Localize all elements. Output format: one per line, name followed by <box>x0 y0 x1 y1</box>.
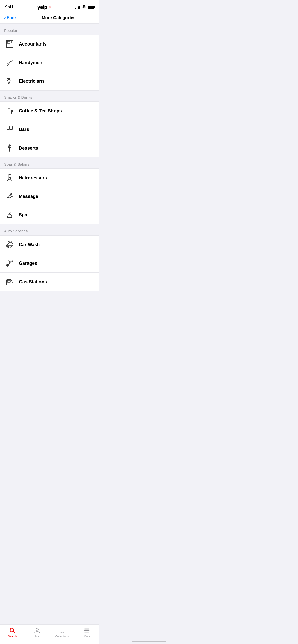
category-list-popular: Accountants Handymen <box>0 35 99 91</box>
category-item-bars[interactable]: Bars <box>0 120 99 139</box>
svg-rect-9 <box>10 126 12 130</box>
electricians-label: Electricians <box>19 79 45 84</box>
category-item-garages[interactable]: Garages <box>0 254 99 273</box>
car-wash-icon <box>4 239 15 250</box>
coffee-icon <box>4 105 15 116</box>
garages-label: Garages <box>19 261 37 266</box>
category-item-desserts[interactable]: Desserts <box>0 139 99 157</box>
category-item-handymen[interactable]: Handymen <box>0 53 99 72</box>
yelp-logo-text: yelp <box>37 4 47 10</box>
status-icons <box>75 5 94 9</box>
category-item-gas-stations[interactable]: Gas Stations <box>0 273 99 291</box>
gas-stations-icon <box>4 276 15 287</box>
handymen-icon <box>4 57 15 68</box>
massage-label: Massage <box>19 194 38 199</box>
category-item-car-wash[interactable]: Car Wash <box>0 236 99 254</box>
category-item-coffee[interactable]: Coffee & Tea Shops <box>0 102 99 120</box>
category-list-auto: Car Wash Garages <box>0 235 99 291</box>
status-time: 9:41 <box>5 5 14 10</box>
svg-rect-2 <box>7 41 10 43</box>
garages-icon <box>4 258 15 269</box>
yelp-logo-container: yelp ✳ <box>37 4 52 10</box>
accountants-label: Accountants <box>19 41 47 47</box>
page-title: More Categories <box>4 15 99 20</box>
bars-icon <box>4 124 15 135</box>
coffee-label: Coffee & Tea Shops <box>19 108 62 114</box>
category-item-electricians[interactable]: Electricians <box>0 72 99 90</box>
svg-point-0 <box>84 8 84 9</box>
category-list-spas: Hairdressers Massage <box>0 168 99 224</box>
scroll-content: Popular Accountants <box>0 24 99 314</box>
spa-icon <box>4 209 15 221</box>
desserts-label: Desserts <box>19 145 38 151</box>
accountants-icon <box>4 38 15 50</box>
signal-icon <box>75 5 80 9</box>
svg-rect-8 <box>7 126 9 130</box>
category-list-snacks: Coffee & Tea Shops Bars <box>0 101 99 157</box>
svg-point-16 <box>10 193 12 195</box>
category-item-hairdressers[interactable]: Hairdressers <box>0 169 99 187</box>
electricians-icon <box>4 76 15 87</box>
section-header-spas: Spas & Salons <box>0 157 99 168</box>
category-item-spa[interactable]: Spa <box>0 206 99 224</box>
section-popular: Popular Accountants <box>0 24 99 91</box>
nav-bar: ‹ Back More Categories <box>0 13 99 24</box>
battery-icon <box>88 6 94 9</box>
wifi-icon <box>82 5 86 9</box>
bars-label: Bars <box>19 127 29 132</box>
category-item-massage[interactable]: Massage <box>0 187 99 206</box>
massage-icon <box>4 191 15 202</box>
section-header-snacks: Snacks & Drinks <box>0 91 99 101</box>
section-spas-salons: Spas & Salons Hairdressers <box>0 157 99 224</box>
gas-stations-label: Gas Stations <box>19 279 47 285</box>
desserts-icon <box>4 142 15 154</box>
svg-point-15 <box>8 174 11 178</box>
svg-rect-24 <box>7 280 10 282</box>
spa-label: Spa <box>19 212 27 218</box>
status-bar: 9:41 yelp ✳ <box>0 0 99 13</box>
section-header-auto: Auto Services <box>0 224 99 235</box>
yelp-star-icon: ✳ <box>48 4 52 10</box>
category-item-accountants[interactable]: Accountants <box>0 35 99 53</box>
handymen-label: Handymen <box>19 60 42 65</box>
hairdressers-label: Hairdressers <box>19 175 47 181</box>
section-auto-services: Auto Services Car Wash <box>0 224 99 291</box>
car-wash-label: Car Wash <box>19 242 40 247</box>
section-header-popular: Popular <box>0 24 99 35</box>
section-snacks-drinks: Snacks & Drinks Coffee & Tea Shops <box>0 91 99 157</box>
hairdressers-icon <box>4 172 15 183</box>
